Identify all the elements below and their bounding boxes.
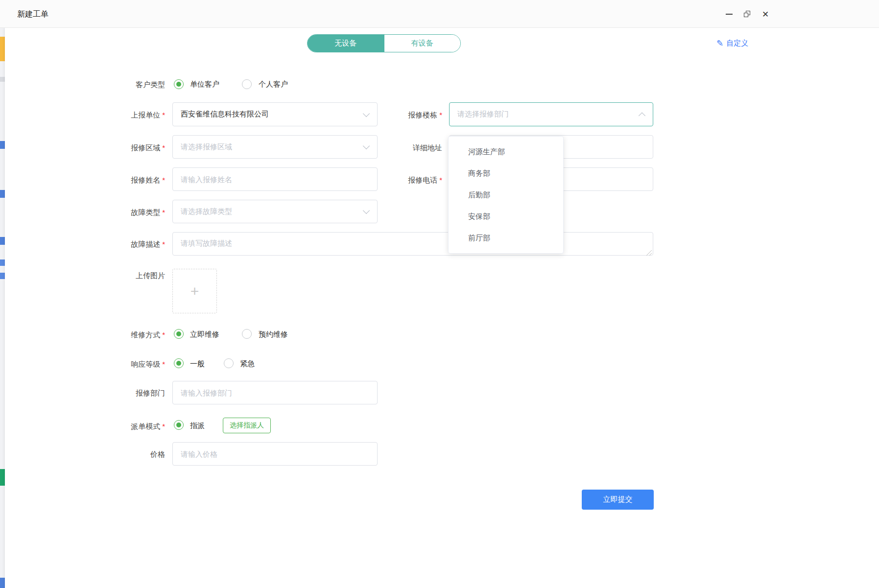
- repair-name-input[interactable]: [172, 167, 378, 191]
- repair-area-placeholder: 请选择报修区域: [181, 142, 232, 152]
- background-page-sliver: [0, 28, 5, 588]
- page-fragment: [0, 578, 5, 588]
- radio-immediate-repair[interactable]: [174, 329, 184, 339]
- upload-label: 上传图片: [82, 271, 165, 280]
- fault-desc-label: 故障描述*: [82, 239, 165, 249]
- repair-phone-label: 报修电话*: [359, 175, 442, 185]
- repair-area-label: 报修区域*: [82, 143, 165, 152]
- resize-handle[interactable]: [646, 249, 652, 254]
- choose-assignee-button[interactable]: 选择指派人: [223, 418, 271, 433]
- page-fragment: [0, 259, 5, 266]
- repair-method-label: 维修方式*: [82, 330, 165, 339]
- titlebar: 新建工单 ✕: [0, 0, 879, 28]
- minimize-icon: [726, 14, 733, 15]
- required-asterisk: *: [162, 240, 165, 248]
- plus-icon: +: [190, 283, 199, 300]
- radio-normal[interactable]: [174, 358, 184, 368]
- close-button[interactable]: ✕: [758, 7, 773, 22]
- radio-assign[interactable]: [174, 420, 184, 430]
- dropdown-option[interactable]: 前厅部: [449, 227, 563, 249]
- close-icon: ✕: [762, 10, 769, 19]
- upload-box[interactable]: +: [172, 269, 217, 313]
- required-asterisk: *: [439, 176, 442, 184]
- label-text: 响应等级: [131, 360, 160, 368]
- report-unit-select[interactable]: 西安雀维信息科技有限公司: [172, 102, 378, 126]
- address-label: 详细地址: [359, 143, 442, 152]
- radio-assign-label[interactable]: 指派: [190, 421, 205, 430]
- page-fragment: [0, 237, 5, 245]
- radio-unit-customer-label[interactable]: 单位客户: [190, 80, 219, 89]
- label-text: 上传图片: [136, 271, 165, 280]
- tab-no-device[interactable]: 无设备: [308, 35, 384, 52]
- price-input[interactable]: [172, 442, 378, 466]
- page-fragment: [0, 469, 5, 486]
- dispatch-mode-label: 派单模式*: [82, 422, 165, 431]
- dropdown-option[interactable]: 安保部: [449, 206, 563, 227]
- label-text: 派单模式: [131, 422, 160, 430]
- radio-personal-customer-label[interactable]: 个人客户: [259, 80, 288, 89]
- label-text: 故障描述: [131, 240, 160, 248]
- report-unit-value: 西安雀维信息科技有限公司: [181, 110, 269, 119]
- minimize-button[interactable]: [722, 7, 736, 22]
- repair-name-label: 报修姓名*: [82, 175, 165, 185]
- repair-building-label: 报修楼栋*: [359, 110, 442, 119]
- customer-type-label: 客户类型: [82, 80, 165, 89]
- dropdown-option[interactable]: 商务部: [449, 163, 563, 184]
- label-text: 详细地址: [413, 143, 442, 152]
- radio-unit-customer[interactable]: [174, 79, 184, 89]
- required-asterisk: *: [162, 143, 165, 152]
- device-tabs: 无设备 有设备: [307, 34, 461, 52]
- radio-immediate-repair-label[interactable]: 立即维修: [190, 330, 219, 339]
- page-fragment: [0, 77, 5, 82]
- page-fragment: [0, 273, 5, 279]
- fault-type-placeholder: 请选择故障类型: [181, 207, 232, 216]
- required-asterisk: *: [162, 208, 165, 216]
- response-level-label: 响应等级*: [82, 359, 165, 369]
- customize-link[interactable]: ✎ 自定义: [716, 39, 748, 48]
- restore-button[interactable]: [740, 7, 755, 22]
- label-text: 报修姓名: [131, 176, 160, 184]
- radio-urgent-label[interactable]: 紧急: [240, 359, 255, 369]
- repair-building-select[interactable]: 请选择报修部门: [449, 102, 653, 126]
- label-text: 故障类型: [131, 208, 160, 216]
- repair-area-select[interactable]: 请选择报修区域: [172, 135, 378, 159]
- required-asterisk: *: [162, 360, 165, 368]
- page-fragment: [0, 190, 5, 198]
- repair-dept-label: 报修部门: [82, 388, 165, 398]
- repair-dept-input[interactable]: [172, 381, 378, 404]
- required-asterisk: *: [162, 330, 165, 339]
- page-fragment: [0, 37, 5, 61]
- required-asterisk: *: [162, 176, 165, 184]
- chevron-down-icon: [363, 207, 370, 214]
- label-text: 报修楼栋: [408, 111, 437, 119]
- dropdown-option[interactable]: 后勤部: [449, 184, 563, 206]
- submit-button[interactable]: 立即提交: [582, 490, 654, 510]
- required-asterisk: *: [162, 422, 165, 430]
- label-text: 价格: [150, 450, 165, 458]
- chevron-up-icon: [639, 112, 645, 119]
- repair-building-placeholder: 请选择报修部门: [457, 110, 509, 119]
- label-text: 上报单位: [131, 111, 160, 119]
- new-work-order-window: 新建工单 ✕ 无设备 有设备 ✎ 自定义 客户类型 单位客户 个人客户 上报单位…: [0, 0, 879, 588]
- price-label: 价格: [82, 449, 165, 459]
- label-text: 客户类型: [136, 80, 165, 89]
- window-title: 新建工单: [17, 9, 48, 20]
- tab-has-device[interactable]: 有设备: [384, 35, 461, 52]
- building-dropdown: 河源生产部 商务部 后勤部 安保部 前厅部: [448, 136, 564, 254]
- dropdown-option[interactable]: 河源生产部: [449, 141, 563, 163]
- edit-icon: ✎: [716, 39, 723, 47]
- radio-personal-customer[interactable]: [242, 79, 252, 89]
- label-text: 报修部门: [136, 389, 165, 397]
- radio-appointment-repair-label[interactable]: 预约维修: [259, 330, 288, 339]
- radio-urgent[interactable]: [224, 358, 234, 368]
- required-asterisk: *: [439, 111, 442, 119]
- label-text: 维修方式: [131, 330, 160, 339]
- label-text: 报修区域: [131, 143, 160, 152]
- radio-normal-label[interactable]: 一般: [190, 359, 205, 369]
- customize-label: 自定义: [726, 39, 748, 48]
- restore-icon: [744, 11, 751, 18]
- radio-appointment-repair[interactable]: [242, 329, 252, 339]
- fault-desc-textarea[interactable]: [172, 232, 653, 256]
- fault-type-select[interactable]: 请选择故障类型: [172, 200, 378, 223]
- label-text: 报修电话: [408, 176, 437, 184]
